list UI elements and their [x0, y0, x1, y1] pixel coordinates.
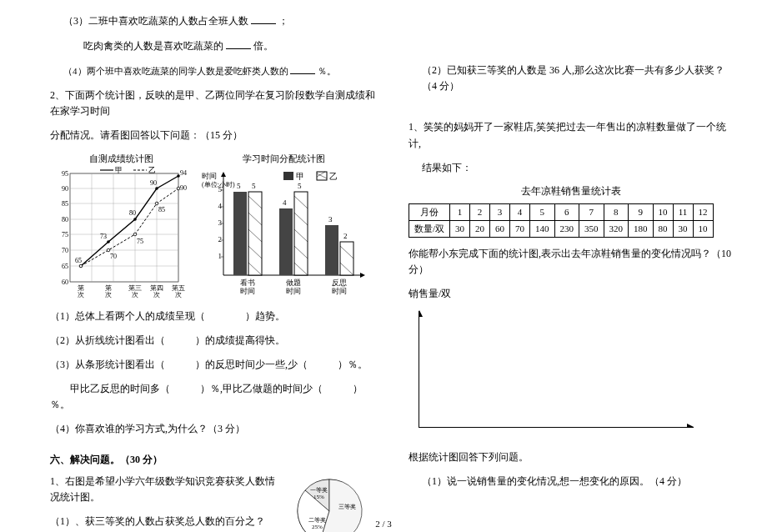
- svg-text:时间: 时间: [286, 287, 301, 295]
- svg-text:时间: 时间: [240, 287, 255, 295]
- table-row: 数量/双 30 20 60 70 140 230 350 320 180 80 …: [409, 220, 714, 237]
- q3a-line: （3）二班中喜欢吃蔬菜的人数占全班人数 ；: [50, 13, 375, 29]
- blank: [226, 38, 251, 49]
- bar-chart-block: 学习时间分配统计图 时间 (单位:小时) 甲 乙 123 45: [200, 153, 367, 304]
- axis-arrows-svg: [419, 310, 694, 427]
- svg-text:3: 3: [328, 215, 333, 223]
- p1-b: 结果如下：: [409, 160, 734, 176]
- page-number: 2 / 3: [375, 519, 392, 529]
- svg-text:3: 3: [218, 218, 223, 227]
- empty-axis: [419, 311, 694, 428]
- svg-text:5: 5: [218, 185, 223, 193]
- svg-text:65: 65: [75, 257, 82, 264]
- svg-text:二等奖: 二等奖: [308, 517, 326, 524]
- below-q1: （1）说一说销售量的变化情况,想一想变化的原因。（4 分）: [409, 474, 734, 489]
- svg-point-32: [155, 202, 158, 205]
- svg-text:5: 5: [298, 182, 302, 190]
- below-title: 根据统计图回答下列问题。: [409, 449, 734, 465]
- svg-point-27: [155, 187, 158, 190]
- svg-text:2: 2: [343, 232, 348, 240]
- svg-marker-112: [687, 424, 694, 427]
- bar-chart-svg: 时间 (单位:小时) 甲 乙 123 45: [200, 167, 367, 300]
- section-6-title: 六、解决问题。（30 分）: [50, 453, 375, 467]
- svg-text:65: 65: [62, 263, 68, 270]
- svg-rect-80: [294, 192, 308, 275]
- svg-text:70: 70: [110, 253, 117, 260]
- svg-text:90: 90: [180, 184, 187, 192]
- p1-a: 1、笑笑的妈妈开了一家鞋店,笑笑把过去一年售出的凉鞋数量做了一个统计,: [409, 119, 734, 151]
- svg-text:次: 次: [153, 291, 160, 299]
- q4-line: （4）两个班中喜欢吃蔬菜的同学人数是爱吃虾类人数的 ％。: [50, 63, 375, 79]
- q3a-tail: ；: [278, 15, 288, 27]
- svg-rect-76: [248, 192, 262, 275]
- q4-text: （4）两个班中喜欢吃蔬菜的同学人数是爱吃虾类人数的: [63, 66, 288, 76]
- svg-text:1: 1: [218, 252, 223, 260]
- p2-intro-b: 分配情况。请看图回答以下问题：（15 分）: [50, 128, 375, 143]
- svg-text:80: 80: [129, 209, 136, 217]
- q3b-tail: 倍。: [253, 40, 273, 52]
- svg-marker-55: [221, 172, 226, 177]
- legend-jia: 甲: [115, 167, 123, 174]
- q3b-line: 吃肉禽类的人数是喜欢吃蔬菜的 倍。: [50, 38, 375, 54]
- p6-1-q2: （2）已知获三等奖的人数是 36 人,那么这次比赛一共有多少人获奖？（4 分）: [409, 63, 734, 94]
- svg-text:60: 60: [62, 279, 68, 286]
- pie-svg: 一等奖 15% 二等奖 25% 三等奖: [283, 474, 375, 532]
- svg-point-30: [107, 248, 110, 252]
- svg-text:85: 85: [62, 200, 68, 208]
- svg-text:5: 5: [252, 182, 256, 190]
- sandal-table: 月份 1 2 3 4 5 6 7 8 9 10 11 12 数量/双 30 20…: [409, 203, 714, 238]
- svg-text:4: 4: [218, 202, 223, 210]
- svg-text:反思: 反思: [332, 279, 347, 287]
- svg-text:三等奖: 三等奖: [338, 504, 356, 510]
- svg-rect-75: [233, 192, 247, 275]
- svg-text:次: 次: [78, 291, 84, 299]
- svg-text:25%: 25%: [312, 524, 323, 530]
- svg-text:75: 75: [62, 231, 68, 238]
- svg-rect-0: [70, 173, 178, 282]
- bar-chart-title: 学习时间分配统计图: [200, 153, 367, 165]
- svg-text:5: 5: [237, 182, 241, 190]
- svg-text:80: 80: [62, 216, 68, 223]
- p2-intro-a: 2、下面两个统计图，反映的是甲、乙两位同学在复习阶段数学自测成绩和在家学习时间: [50, 88, 375, 119]
- blank: [290, 63, 315, 74]
- q3a-text: （3）二班中喜欢吃蔬菜的人数占全班人数: [63, 15, 248, 27]
- row-head: 月份: [409, 203, 450, 220]
- svg-point-26: [133, 218, 137, 221]
- p1-c: 你能帮小东完成下面的统计图,表示出去年凉鞋销售量的变化情况吗？（10 分）: [409, 246, 734, 278]
- right-column: （2）已知获三等奖的人数是 36 人,那么这次比赛一共有多少人获奖？（4 分） …: [392, 13, 734, 519]
- svg-text:做题: 做题: [286, 279, 301, 287]
- svg-text:乙: 乙: [329, 172, 338, 181]
- svg-text:甲: 甲: [296, 172, 304, 181]
- svg-text:15%: 15%: [313, 494, 324, 500]
- pie-question: 一等奖 15% 二等奖 25% 三等奖 1、右图是希望小学六年级数学知识竞赛获奖…: [50, 474, 375, 532]
- svg-text:85: 85: [158, 206, 165, 213]
- svg-rect-84: [340, 242, 353, 275]
- svg-text:次: 次: [105, 291, 112, 299]
- q3b-pre: 吃肉禽类的人数是喜欢吃蔬菜的: [83, 40, 223, 52]
- svg-text:75: 75: [137, 238, 143, 245]
- svg-text:4: 4: [283, 198, 287, 207]
- svg-text:看书: 看书: [240, 279, 255, 287]
- axis-y-label: 销售量/双: [409, 286, 734, 302]
- table-title: 去年凉鞋销售量统计表: [409, 184, 734, 198]
- sub-q4: （4）你喜欢谁的学习方式,为什么？（3 分）: [50, 421, 375, 437]
- svg-rect-59: [283, 172, 293, 180]
- svg-rect-79: [279, 208, 293, 275]
- svg-text:时间: 时间: [332, 287, 347, 295]
- svg-text:70: 70: [62, 247, 68, 254]
- sub-q3b: 甲比乙反思的时间多（ ）％,甲比乙做题的时间少（ ）％。: [50, 381, 375, 413]
- blank: [251, 13, 276, 24]
- sub-q1: （1）总体上看两个人的成绩呈现（ ）趋势。: [50, 309, 375, 324]
- svg-rect-83: [325, 225, 338, 275]
- svg-text:次: 次: [175, 291, 182, 299]
- line-chart-svg: 606570 758085 9095 甲 乙: [50, 167, 192, 300]
- q4-tail: ％。: [318, 66, 336, 76]
- row2-head: 数量/双: [409, 220, 450, 237]
- svg-text:95: 95: [62, 170, 68, 178]
- svg-point-31: [133, 233, 137, 236]
- svg-text:次: 次: [132, 291, 138, 299]
- line-chart-title: 自测成绩统计图: [50, 153, 192, 165]
- pie-chart: 一等奖 15% 二等奖 25% 三等奖: [283, 474, 375, 532]
- table-row: 月份 1 2 3 4 5 6 7 8 9 10 11 12: [409, 203, 714, 220]
- svg-text:90: 90: [62, 185, 68, 193]
